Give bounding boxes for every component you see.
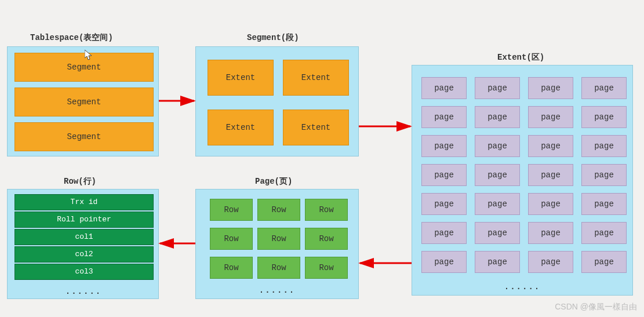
row-box: Row (257, 199, 300, 221)
page-box: page (528, 77, 573, 99)
extent-box: Extent (208, 110, 274, 145)
row-box: Row (257, 228, 300, 250)
extent-box: Extent (283, 60, 349, 96)
row-field: col2 (14, 246, 154, 263)
tablespace-panel: Segment Segment Segment (7, 46, 159, 156)
segment-panel: Extent Extent Extent Extent (195, 46, 359, 156)
page-ellipsis: ...... (196, 286, 358, 295)
page-box: page (581, 164, 627, 186)
page-box: page (475, 106, 520, 128)
page-box: page (528, 106, 573, 128)
page-box: page (475, 77, 520, 99)
row-field: Trx id (14, 194, 154, 210)
row-field: col3 (14, 264, 154, 280)
row-title: Row(行) (64, 176, 96, 187)
row-field: Roll pointer (14, 212, 154, 228)
page-box: page (581, 193, 627, 215)
page-box: page (421, 106, 467, 128)
row-box: Row (210, 228, 253, 250)
page-box: page (528, 222, 573, 244)
segment-box: Segment (14, 53, 154, 82)
row-box: Row (305, 257, 348, 279)
row-panel: Trx id Roll pointer col1 col2 col3 .....… (7, 189, 159, 299)
page-box: page (475, 251, 520, 273)
row-box: Row (210, 199, 253, 221)
row-ellipsis: ...... (14, 287, 152, 296)
extent-title: Extent(区) (497, 52, 544, 63)
tablespace-title: Tablespace(表空间) (30, 32, 113, 43)
page-box: page (528, 135, 573, 157)
segment-box: Segment (14, 88, 154, 116)
page-box: page (528, 164, 573, 186)
row-field: col1 (14, 229, 154, 245)
page-box: page (421, 135, 467, 157)
page-box: page (475, 193, 520, 215)
page-box: page (581, 251, 627, 273)
extent-box: Extent (283, 110, 349, 145)
watermark: CSDN @像風一樣自由 (555, 302, 637, 312)
row-box: Row (305, 199, 348, 221)
page-box: page (421, 164, 467, 186)
row-box: Row (257, 257, 300, 279)
page-box: page (581, 77, 627, 99)
extent-ellipsis: ...... (412, 282, 632, 292)
row-box: Row (305, 228, 348, 250)
page-box: page (581, 222, 627, 244)
page-box: page (475, 135, 520, 157)
page-title: Page(页) (255, 176, 292, 187)
extent-box: Extent (208, 60, 274, 96)
extent-panel: ...... pagepagepagepagepagepagepagepagep… (412, 65, 633, 296)
page-box: page (421, 222, 467, 244)
page-panel: ...... RowRowRowRowRowRowRowRowRow (195, 189, 359, 299)
page-box: page (528, 251, 573, 273)
page-box: page (475, 222, 520, 244)
segment-box: Segment (14, 122, 154, 151)
page-box: page (581, 135, 627, 157)
page-box: page (528, 193, 573, 215)
page-box: page (421, 251, 467, 273)
page-box: page (475, 164, 520, 186)
page-box: page (581, 106, 627, 128)
segment-title: Segment(段) (247, 32, 299, 43)
page-box: page (421, 193, 467, 215)
row-box: Row (210, 257, 253, 279)
page-box: page (421, 77, 467, 99)
